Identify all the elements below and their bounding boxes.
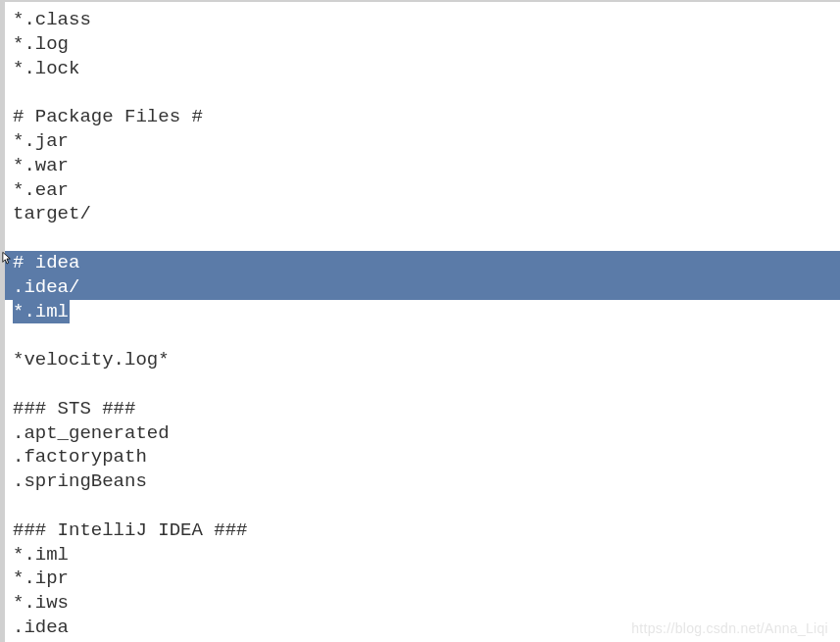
code-line[interactable]: *.ear (5, 178, 840, 203)
code-line[interactable] (5, 80, 840, 105)
code-line[interactable] (5, 372, 840, 397)
code-line-selected[interactable]: # idea (5, 251, 840, 275)
code-line[interactable]: ### STS ### (5, 397, 840, 421)
code-line[interactable]: .springBeans (5, 469, 840, 494)
code-line[interactable]: # Package Files # (5, 105, 840, 129)
code-line[interactable]: .apt_generated (5, 421, 840, 446)
code-line[interactable] (5, 226, 840, 251)
code-line[interactable]: *.class (5, 8, 840, 32)
code-line[interactable]: *.iml (5, 543, 840, 568)
code-line-selected[interactable]: *.iml (5, 300, 840, 324)
selected-text: *.iml (13, 300, 70, 324)
code-line[interactable]: *.war (5, 154, 840, 178)
code-line[interactable]: *.lock (5, 57, 840, 81)
code-line[interactable]: *.log (5, 32, 840, 57)
code-line[interactable]: .idea (5, 616, 840, 640)
code-line[interactable]: ### IntelliJ IDEA ### (5, 519, 840, 543)
code-line[interactable]: target/ (5, 202, 840, 226)
code-line[interactable]: *.iws (5, 591, 840, 616)
code-line[interactable] (5, 323, 840, 348)
code-line[interactable]: *.jar (5, 129, 840, 154)
code-line-selected[interactable]: .idea/ (5, 275, 840, 300)
code-line[interactable]: *velocity.log* (5, 348, 840, 372)
code-line[interactable] (5, 494, 840, 519)
text-editor[interactable]: *.class *.log *.lock # Package Files # *… (0, 0, 840, 642)
code-line[interactable]: .factorypath (5, 445, 840, 469)
code-line[interactable]: *.ipr (5, 567, 840, 591)
